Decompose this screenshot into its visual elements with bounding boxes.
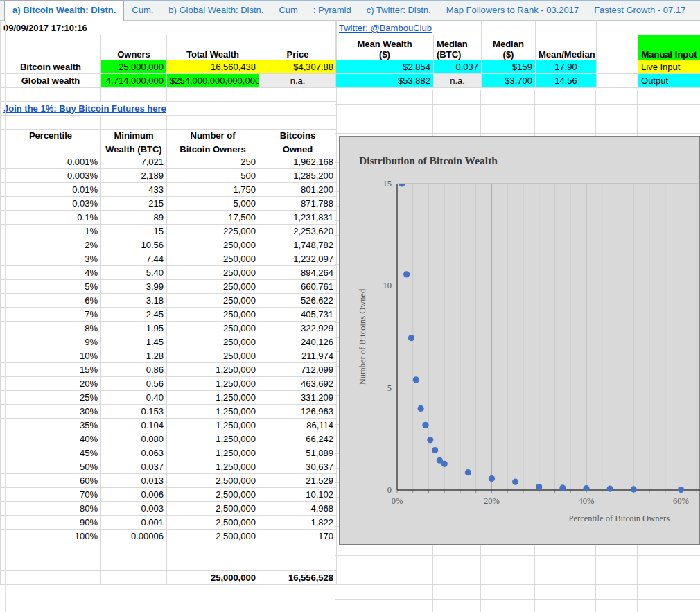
data-point bbox=[489, 475, 495, 482]
tab-0[interactable]: a) Bitcoin Wealth: Distn. bbox=[4, 0, 124, 21]
data-point bbox=[441, 461, 448, 467]
col-header-num-owners-1: Number of bbox=[167, 130, 259, 141]
data-point bbox=[422, 422, 428, 428]
data-point bbox=[607, 486, 613, 492]
svg-text:15: 15 bbox=[383, 179, 392, 189]
legend-manual-input: Manual Input bbox=[638, 35, 700, 60]
table-row: 6%3.18250,000526,622 bbox=[1, 294, 337, 308]
bitcoin-wealth-row-right: $2,854 0.037 $159 17.90 Live Input bbox=[336, 60, 700, 74]
col-header-btc-owned-2: Owned bbox=[259, 141, 337, 155]
table-row: 20%0.561,250,000463,692 bbox=[1, 377, 337, 391]
blank-row bbox=[1, 543, 337, 557]
cell-bitcoin-mean-median: 17.90 bbox=[536, 60, 597, 74]
table-row: 35%0.1041,250,00086,114 bbox=[1, 419, 337, 432]
table-row: 80%0.0032,500,0004,968 bbox=[1, 502, 337, 516]
col-header-percentile: Percentile bbox=[1, 130, 101, 141]
global-wealth-row: Global wealth 4,714,000,000 $254,000,000… bbox=[1, 74, 337, 88]
cell-global-median-usd: $3,700 bbox=[482, 74, 536, 88]
col-header-num-owners-2: Bitcoin Owners bbox=[167, 141, 259, 155]
col-header-mean-wealth: Mean Wealth($) bbox=[336, 35, 434, 60]
svg-text:40%: 40% bbox=[579, 496, 595, 506]
cell-global-price: n.a. bbox=[259, 74, 337, 88]
sheet-area: 09/09/2017 17:10:16 Owners Total Wealth … bbox=[0, 21, 700, 612]
table-row: 0.001%7,0212501,962,168 bbox=[1, 155, 337, 169]
cell-bitcoin-median-btc: 0.037 bbox=[434, 60, 482, 74]
bitcoin-wealth-row: Bitcoin wealth 25,000,000 16,560,438 $4,… bbox=[1, 60, 337, 74]
data-point bbox=[413, 376, 419, 383]
col-header-price: Price bbox=[259, 35, 337, 60]
promo-row: Join the 1%: Buy Bitcoin Futures here bbox=[1, 102, 337, 116]
table-row: 15%0.861,250,000712,099 bbox=[1, 363, 337, 377]
twitter-row: Twitter: @BambouClub bbox=[336, 21, 700, 35]
cell-bitcoin-mean-wealth: $2,854 bbox=[336, 60, 434, 74]
table-row: 25%0.401,250,000331,209 bbox=[1, 391, 337, 405]
col-header-min-wealth-2: Wealth (BTC) bbox=[101, 141, 167, 155]
row-label-global-wealth: Global wealth bbox=[1, 74, 101, 88]
svg-text:Distribution of Bitcoin Wealth: Distribution of Bitcoin Wealth bbox=[359, 155, 498, 166]
svg-text:60%: 60% bbox=[673, 496, 689, 506]
table-row: 0.03%2155,000871,788 bbox=[1, 197, 337, 211]
timestamp: 09/09/2017 17:10:16 bbox=[1, 21, 337, 35]
cell-global-owners: 4,714,000,000 bbox=[101, 74, 167, 88]
table-row: 45%0.0631,250,00051,889 bbox=[1, 446, 337, 460]
table-row: 0.01%4331,750801,200 bbox=[1, 183, 337, 197]
table-row: 50%0.0371,250,00030,637 bbox=[1, 460, 337, 474]
data-point bbox=[432, 447, 438, 453]
svg-text:Percentile of Bitcoin Owners: Percentile of Bitcoin Owners bbox=[569, 514, 670, 523]
col-header-total-wealth: Total Wealth bbox=[167, 35, 259, 60]
table-row: 5%3.99250,000660,761 bbox=[1, 280, 337, 294]
table-row: 2%10.56250,0001,748,782 bbox=[1, 238, 337, 252]
data-point bbox=[678, 487, 684, 493]
table-row: 0.003%2,1895001,285,200 bbox=[1, 169, 337, 183]
blank-row bbox=[1, 88, 337, 102]
data-point bbox=[403, 271, 410, 277]
col-header-mean-median: Mean/Median bbox=[536, 35, 597, 60]
totals-row: 25,000,000 16,556,528 bbox=[1, 571, 337, 585]
table-row: 70%0.0062,500,00010,102 bbox=[1, 488, 337, 502]
data-point bbox=[512, 479, 518, 485]
cell-bitcoin-total-wealth: 16,560,438 bbox=[167, 60, 259, 74]
summary-header-row-right: Mean Wealth($) Median(BTC) Median($) Mea… bbox=[336, 35, 700, 60]
table-row: 7%2.45250,000405,731 bbox=[1, 308, 337, 322]
table-row: 10%1.28250,000211,974 bbox=[1, 349, 337, 363]
table-row: 0.1%8917,5001,231,831 bbox=[1, 211, 337, 225]
cell-global-mean-wealth: $53,882 bbox=[336, 74, 434, 88]
dist-header-row-2: Wealth (BTC) Bitcoin Owners Owned bbox=[1, 141, 337, 155]
tab-3[interactable]: Cum bbox=[271, 1, 305, 20]
legend-output: Output bbox=[638, 74, 700, 88]
wealth-distribution-chart: Distribution of Bitcoin Wealth0510150%20… bbox=[339, 136, 700, 545]
table-row: 1%15225,0002,253,620 bbox=[1, 225, 337, 238]
table-row: 9%1.45250,000240,126 bbox=[1, 335, 337, 349]
data-point bbox=[427, 437, 433, 443]
data-point bbox=[631, 486, 637, 492]
svg-text:Number of Bitcoins Owned: Number of Bitcoins Owned bbox=[358, 288, 367, 385]
cell-bitcoin-owners: 25,000,000 bbox=[101, 60, 167, 74]
svg-text:0%: 0% bbox=[392, 496, 403, 506]
tab-2[interactable]: b) Global Wealth: Distn. bbox=[161, 1, 271, 20]
tab-6[interactable]: Map Followers to Rank - 03.2017 bbox=[439, 1, 586, 20]
twitter-link[interactable]: Twitter: @BambouClub bbox=[339, 23, 432, 33]
timestamp-row: 09/09/2017 17:10:16 bbox=[1, 21, 337, 35]
sheet-left-border bbox=[1, 21, 1, 612]
table-row: 90%0.0012,500,0001,822 bbox=[1, 516, 337, 530]
tab-1[interactable]: Cum. bbox=[124, 1, 161, 20]
col-header-median-btc: Median(BTC) bbox=[434, 35, 482, 60]
table-row: 100%0.000062,500,000170 bbox=[1, 530, 337, 543]
tab-4[interactable]: : Pyramid bbox=[306, 1, 359, 20]
col-header-median-usd: Median($) bbox=[482, 35, 536, 60]
cell-global-total-wealth: $254,000,000,000,000 bbox=[167, 74, 259, 88]
data-point bbox=[559, 484, 566, 491]
tab-5[interactable]: c) Twitter: Distn. bbox=[359, 1, 439, 20]
promo-link[interactable]: Join the 1%: Buy Bitcoin Futures here bbox=[3, 103, 166, 114]
left-table: 09/09/2017 17:10:16 Owners Total Wealth … bbox=[0, 21, 337, 585]
sheet-tab-bar: a) Bitcoin Wealth: Distn.Cum.b) Global W… bbox=[0, 0, 700, 21]
summary-header-row: Owners Total Wealth Price bbox=[1, 35, 337, 60]
total-bitcoins: 16,556,528 bbox=[259, 571, 337, 585]
cell-bitcoin-price: $4,307.88 bbox=[259, 60, 337, 74]
tab-7[interactable]: Fastest Growth - 07.17 bbox=[586, 1, 693, 20]
scatter-plot-svg: Distribution of Bitcoin Wealth0510150%20… bbox=[339, 136, 700, 545]
sheet-left-gridline bbox=[5, 21, 6, 612]
data-point bbox=[583, 485, 589, 491]
blank-row bbox=[1, 116, 337, 130]
svg-text:20%: 20% bbox=[484, 496, 500, 506]
